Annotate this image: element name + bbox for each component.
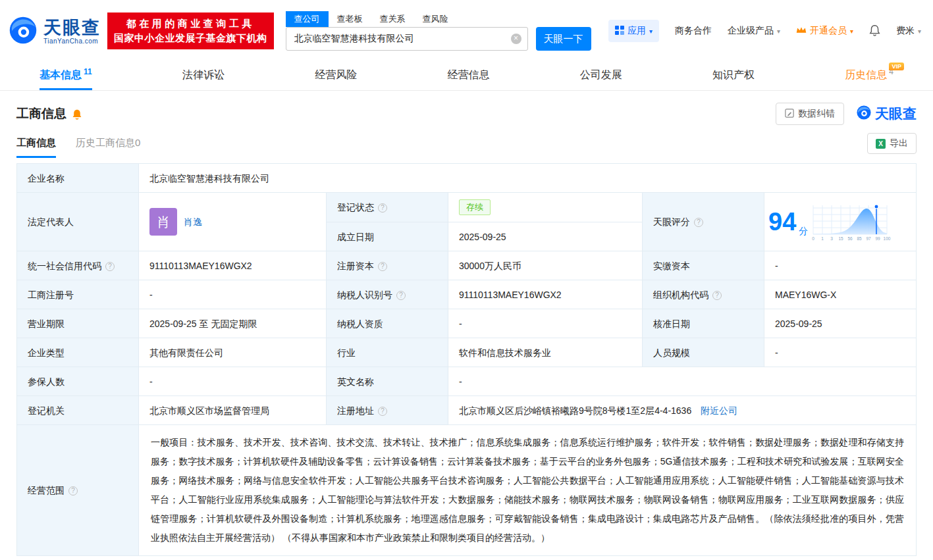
- search-tab-boss[interactable]: 查老板: [329, 11, 371, 27]
- section-title: 工商信息: [16, 105, 67, 122]
- nav-cooperation[interactable]: 商务合作: [675, 25, 712, 37]
- tab-legal-proceedings[interactable]: 法律诉讼: [182, 61, 225, 90]
- help-icon[interactable]: ?: [105, 262, 115, 271]
- field-value-approval-date: 2025-09-25: [764, 309, 917, 338]
- search-tab-relation[interactable]: 查关系: [371, 11, 414, 27]
- top-bar: 天眼查 TianYanCha.com 都在用的商业查询工具 国家中小企业发展子基…: [0, 0, 933, 61]
- subtab-history-business-info[interactable]: 历史工商信息0: [76, 137, 140, 158]
- nav-apps[interactable]: 应用 ▾: [608, 20, 659, 42]
- field-value-business-scope: 一般项目：技术服务、技术开发、技术咨询、技术交流、技术转让、技术推广；信息系统集…: [139, 425, 917, 556]
- tab-history-info[interactable]: 历史信息 4 VIP: [845, 61, 893, 90]
- field-label-credit-code: 统一社会信用代码?: [17, 251, 139, 280]
- excel-icon: X: [876, 139, 886, 149]
- field-value-reg-capital: 30000万人民币: [448, 251, 643, 280]
- edit-icon: [785, 109, 794, 120]
- chevron-down-icon: ▾: [649, 28, 653, 35]
- field-value-industry: 软件和信息技术服务业: [448, 338, 643, 367]
- field-label-staff-size: 人员规模: [643, 338, 764, 367]
- help-icon[interactable]: ?: [712, 291, 722, 300]
- field-label-reg-number: 工商注册号: [17, 280, 139, 309]
- top-nav: 应用 ▾ 商务合作 企业级产品 ▾ 开通会员 ▾: [608, 20, 921, 42]
- help-icon[interactable]: ?: [694, 218, 703, 227]
- score-distribution-chart: 0 1 3 15 56 85 97 99 100: [811, 201, 891, 242]
- tianyancha-logo-icon: [8, 15, 38, 47]
- table-row: 营业期限 2025-09-25 至 无固定期限 纳税人资质 - 核准日期 202…: [17, 309, 917, 338]
- field-value-reg-number: -: [139, 280, 327, 309]
- table-row: 法定代表人 肖 肖逸 登记状态? 存续 天眼评分? 94 分: [17, 193, 917, 222]
- help-icon[interactable]: ?: [378, 407, 387, 416]
- crown-icon: [796, 26, 807, 36]
- help-icon[interactable]: ?: [378, 262, 387, 271]
- search-tab-risk[interactable]: 查风险: [414, 11, 457, 27]
- brand-domain: TianYanCha.com: [43, 38, 101, 45]
- field-label-company-name: 企业名称: [17, 164, 139, 193]
- field-value-paid-capital: -: [764, 251, 917, 280]
- field-value-taxpayer-qualification: -: [448, 309, 643, 338]
- subtab-business-info[interactable]: 工商信息: [16, 137, 56, 158]
- bell-icon: [869, 24, 880, 38]
- chevron-down-icon: ▾: [777, 28, 780, 35]
- field-value-establish-date: 2025-09-25: [448, 222, 643, 251]
- tianyancha-logo[interactable]: 天眼查 TianYanCha.com: [8, 15, 101, 47]
- field-label-business-term: 营业期限: [17, 309, 139, 338]
- field-value-taxpayer-id: 91110113MAEY16WGX2: [448, 280, 643, 309]
- field-label-company-type: 企业类型: [17, 338, 139, 367]
- field-value-reg-address: 北京市顺义区后沙峪镇裕曦路9号院8号楼1至2层4-4-1636 附近公司: [448, 396, 917, 425]
- company-tabs: 基本信息 11 法律诉讼 经营风险 经营信息 公司发展 知识产权 历史信息 4 …: [0, 61, 933, 91]
- tab-operation-info[interactable]: 经营信息: [447, 61, 489, 90]
- legal-rep-link[interactable]: 肖逸: [184, 215, 202, 229]
- search-input[interactable]: [286, 27, 528, 51]
- export-button[interactable]: X 导出: [867, 133, 917, 154]
- section-header: 工商信息 数据纠错: [0, 91, 933, 132]
- field-label-paid-capital: 实缴资本: [643, 251, 764, 280]
- nav-user[interactable]: 费米 ▾: [896, 25, 921, 37]
- tab-intellectual-property[interactable]: 知识产权: [712, 61, 755, 90]
- search-button[interactable]: 天眼一下: [536, 27, 591, 51]
- table-row: 经营范围? 一般项目：技术服务、技术开发、技术咨询、技术交流、技术转让、技术推广…: [17, 425, 917, 556]
- field-value-credit-code: 91110113MAEY16WGX2: [139, 251, 327, 280]
- table-row: 登记机关 北京市顺义区市场监督管理局 注册地址? 北京市顺义区后沙峪镇裕曦路9号…: [17, 396, 917, 425]
- clear-search-icon[interactable]: ×: [511, 34, 521, 44]
- field-label-taxpayer-id: 纳税人识别号?: [327, 280, 448, 309]
- help-icon[interactable]: ?: [378, 203, 387, 213]
- table-row: 企业名称 北京临空智慧港科技有限公司: [17, 164, 917, 193]
- search-tabs: 查公司 查老板 查关系 查风险: [286, 11, 591, 27]
- nearby-companies-link[interactable]: 附近公司: [701, 405, 737, 416]
- nav-notifications[interactable]: [869, 24, 880, 38]
- legal-rep-avatar[interactable]: 肖: [149, 208, 177, 236]
- help-icon[interactable]: ?: [68, 486, 78, 496]
- chevron-down-icon: ▾: [918, 28, 921, 35]
- field-value-business-term: 2025-09-25 至 无固定期限: [139, 309, 327, 338]
- field-value-company-type: 其他有限责任公司: [139, 338, 327, 367]
- tab-operation-risk[interactable]: 经营风险: [315, 61, 357, 90]
- search-tab-company[interactable]: 查公司: [286, 11, 329, 27]
- field-value-reg-status: 存续: [448, 193, 643, 222]
- data-correction-button[interactable]: 数据纠错: [776, 103, 844, 125]
- field-label-approval-date: 核准日期: [643, 309, 764, 338]
- svg-text:15: 15: [839, 236, 844, 241]
- tab-basic-info[interactable]: 基本信息 11: [40, 61, 92, 90]
- field-label-english-name: 英文名称: [327, 367, 448, 396]
- score-unit: 分: [799, 224, 808, 238]
- field-label-score: 天眼评分?: [643, 193, 764, 251]
- field-label-org-code: 组织机构代码?: [643, 280, 764, 309]
- field-value-legal-rep: 肖 肖逸: [139, 193, 327, 251]
- help-icon[interactable]: ?: [396, 291, 406, 300]
- nav-enterprise-products[interactable]: 企业级产品 ▾: [728, 25, 780, 37]
- nav-membership[interactable]: 开通会员 ▾: [796, 25, 853, 37]
- field-label-establish-date: 成立日期: [327, 222, 448, 251]
- field-label-reg-authority: 登记机关: [17, 396, 139, 425]
- apps-grid-icon: [615, 26, 624, 37]
- svg-text:100: 100: [884, 236, 891, 241]
- field-value-english-name: -: [448, 367, 917, 396]
- business-info-table: 企业名称 北京临空智慧港科技有限公司 法定代表人 肖 肖逸 登记状态? 存续 天…: [16, 163, 917, 556]
- field-label-insured-count: 参保人数: [17, 367, 139, 396]
- svg-text:1: 1: [821, 236, 824, 241]
- subscribe-bell-icon[interactable]: [72, 109, 82, 120]
- tab-company-development[interactable]: 公司发展: [580, 61, 622, 90]
- field-value-org-code: MAEY16WG-X: [764, 280, 917, 309]
- field-label-legal-rep: 法定代表人: [17, 193, 139, 251]
- slogan-line1: 都在用的商业查询工具: [114, 16, 267, 31]
- svg-text:85: 85: [857, 236, 863, 241]
- tab-count: 11: [84, 67, 92, 76]
